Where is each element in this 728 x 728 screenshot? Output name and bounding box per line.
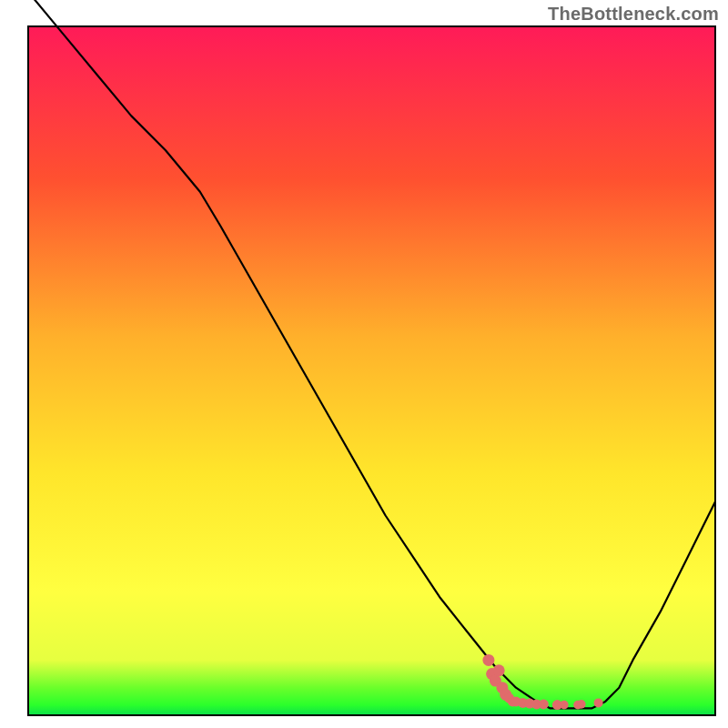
plot-svg (0, 0, 728, 728)
marker-dot (539, 699, 549, 709)
marker-dot (577, 700, 586, 709)
marker-dot (482, 654, 494, 666)
attribution-label: TheBottleneck.com (548, 4, 719, 25)
marker-dot (594, 698, 603, 707)
plot-background (28, 26, 715, 715)
chart-container: TheBottleneck.com (0, 0, 728, 728)
marker-dot (560, 701, 569, 710)
marker-dot (493, 664, 505, 676)
